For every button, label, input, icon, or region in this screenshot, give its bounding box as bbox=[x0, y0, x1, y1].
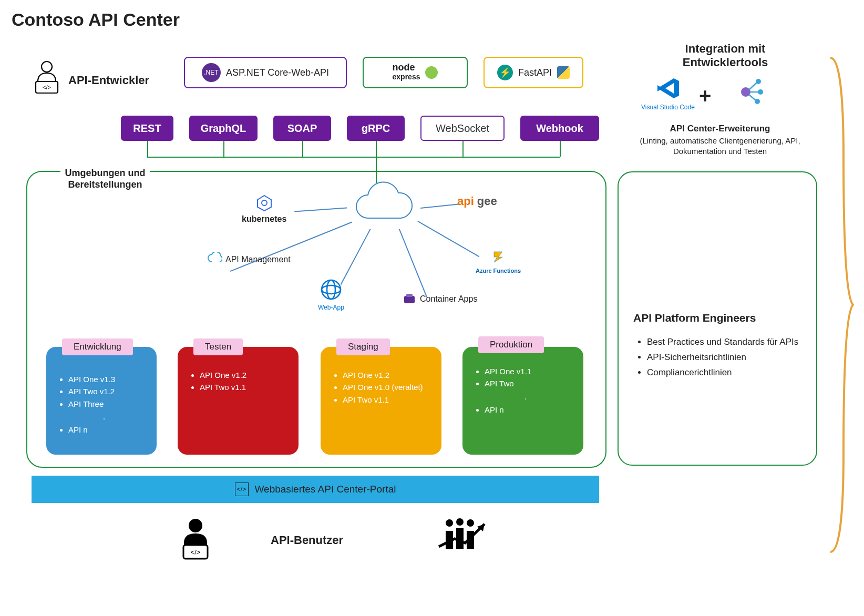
nodejs-icon bbox=[425, 66, 438, 79]
portal-bar: </> Webbasiertes API Center-Portal bbox=[32, 476, 599, 503]
developer-icon: </> bbox=[32, 60, 62, 96]
list-item: Best Practices und Standards für APIs bbox=[647, 335, 801, 350]
kubernetes-icon bbox=[256, 194, 273, 211]
service-apigee: apigee bbox=[457, 194, 497, 208]
fastapi-icon: ⚡ bbox=[497, 65, 513, 80]
svg-point-0 bbox=[42, 61, 52, 72]
platform-engineers-title: API Platform Engineers bbox=[633, 312, 801, 324]
svg-text:</>: </> bbox=[43, 84, 51, 90]
list-item: API Two v1.1 bbox=[200, 381, 293, 393]
azure-functions-icon bbox=[491, 250, 506, 264]
api-user-icon: </> bbox=[176, 518, 215, 563]
protocol-graphql: GraphQL bbox=[189, 116, 258, 141]
svg-point-13 bbox=[446, 519, 453, 527]
protocol-rest: REST bbox=[121, 116, 173, 141]
env-card-development: Entwicklung API One v1.3 API Two v1.2 AP… bbox=[46, 347, 157, 455]
web-app-label: Web-App bbox=[318, 304, 344, 311]
api-user-label: API-Benutzer bbox=[271, 533, 343, 547]
kubernetes-label: kubernetes bbox=[242, 214, 286, 224]
growth-chart-icon bbox=[436, 518, 489, 561]
svg-point-15 bbox=[467, 519, 474, 527]
svg-point-4 bbox=[262, 200, 267, 206]
protocol-webhook: Webhook bbox=[520, 116, 599, 141]
connector bbox=[376, 141, 377, 157]
portal-icon: </> bbox=[235, 482, 249, 496]
right-subtitle: API Center-Erweiterung bbox=[631, 124, 809, 134]
connector bbox=[223, 141, 224, 157]
fastapi-label: FastAPI bbox=[518, 67, 552, 78]
right-description: (Linting, automatische Clientgenerierung… bbox=[631, 136, 809, 157]
connector bbox=[147, 157, 560, 158]
service-kubernetes: kubernetes bbox=[242, 194, 286, 224]
env-card-staging: Staging API One v1.2 API One v1.0 (veral… bbox=[321, 347, 441, 455]
svg-point-5 bbox=[322, 280, 341, 299]
svg-line-22 bbox=[749, 95, 756, 100]
protocol-soap: SOAP bbox=[273, 116, 331, 141]
env-tab-production: Produktion bbox=[478, 336, 544, 353]
connector bbox=[560, 141, 561, 157]
env-card-production: Produktion API One v1.1 API Two . API n bbox=[462, 347, 583, 455]
env-tab-staging: Staging bbox=[336, 338, 390, 355]
list-item: API n bbox=[68, 424, 151, 436]
ellipsis: . bbox=[57, 410, 151, 424]
apigee-label-1: api bbox=[457, 194, 474, 208]
vscode-block: Visual Studio Code bbox=[641, 76, 695, 111]
portal-label: Webbasiertes API Center-Portal bbox=[255, 484, 396, 495]
cloud-icon bbox=[347, 181, 420, 229]
platform-engineers-box: API Platform Engineers Best Practices un… bbox=[618, 171, 817, 466]
node-label: node bbox=[393, 64, 420, 71]
web-app-icon bbox=[320, 279, 342, 301]
svg-rect-8 bbox=[404, 296, 415, 303]
list-item: API n bbox=[485, 404, 578, 416]
python-icon bbox=[557, 66, 570, 79]
framework-aspnetcore-label: ASP.NET Core-Web-API bbox=[226, 67, 329, 78]
svg-point-18 bbox=[758, 89, 763, 95]
env-tab-development: Entwicklung bbox=[62, 338, 133, 355]
express-label: express bbox=[393, 73, 420, 81]
api-management-label: API Management bbox=[225, 255, 291, 264]
service-container-apps: Container Apps bbox=[402, 292, 477, 306]
svg-marker-3 bbox=[258, 196, 271, 211]
vscode-label: Visual Studio Code bbox=[641, 104, 695, 111]
service-web-app: Web-App bbox=[318, 279, 344, 311]
list-item: API-Sicherheitsrichtlinien bbox=[647, 350, 801, 365]
environments-label: Umgebungen und Bereitstellungen bbox=[60, 167, 150, 190]
developer-label: API-Entwickler bbox=[68, 74, 149, 87]
svg-text:</>: </> bbox=[191, 548, 201, 556]
framework-node-express: node express bbox=[363, 57, 468, 88]
framework-fastapi: ⚡ FastAPI bbox=[484, 57, 583, 88]
protocol-grpc: gRPC bbox=[347, 116, 405, 141]
page-title: Contoso API Center bbox=[12, 9, 180, 30]
connector bbox=[147, 141, 148, 157]
svg-rect-9 bbox=[406, 294, 413, 297]
svg-point-6 bbox=[322, 285, 341, 294]
list-item: Compliancerichtlinien bbox=[647, 365, 801, 381]
svg-point-10 bbox=[189, 519, 202, 532]
service-api-management: API Management bbox=[208, 252, 291, 267]
env-tab-test: Testen bbox=[193, 338, 243, 355]
service-azure-functions: Azure Functions bbox=[476, 250, 521, 274]
list-item: API Two v1.2 bbox=[68, 385, 151, 397]
right-title: Integration mit Entwicklertools bbox=[646, 42, 804, 70]
apigee-label-2: gee bbox=[477, 194, 497, 208]
ellipsis: . bbox=[473, 390, 578, 404]
svg-point-7 bbox=[327, 280, 335, 299]
list-item: API One v1.3 bbox=[68, 373, 151, 385]
env-card-test: Testen API One v1.2 API Two v1.1 bbox=[178, 347, 299, 455]
plus-icon: + bbox=[699, 84, 711, 108]
connector bbox=[302, 141, 303, 157]
azure-functions-label: Azure Functions bbox=[476, 268, 521, 274]
api-management-icon bbox=[208, 252, 222, 267]
framework-aspnetcore: .NET ASP.NET Core-Web-API bbox=[184, 57, 347, 88]
svg-line-20 bbox=[749, 83, 757, 90]
container-apps-icon bbox=[402, 292, 417, 306]
list-item: API One v1.0 (veraltet) bbox=[343, 381, 436, 393]
list-item: API One v1.2 bbox=[343, 369, 436, 381]
list-item: API Two bbox=[485, 377, 578, 389]
brace-icon bbox=[828, 53, 854, 557]
connector bbox=[462, 141, 464, 157]
list-item: API One v1.1 bbox=[485, 365, 578, 377]
list-item: API One v1.2 bbox=[200, 369, 293, 381]
container-apps-label: Container Apps bbox=[420, 294, 477, 304]
svg-point-14 bbox=[456, 518, 464, 526]
